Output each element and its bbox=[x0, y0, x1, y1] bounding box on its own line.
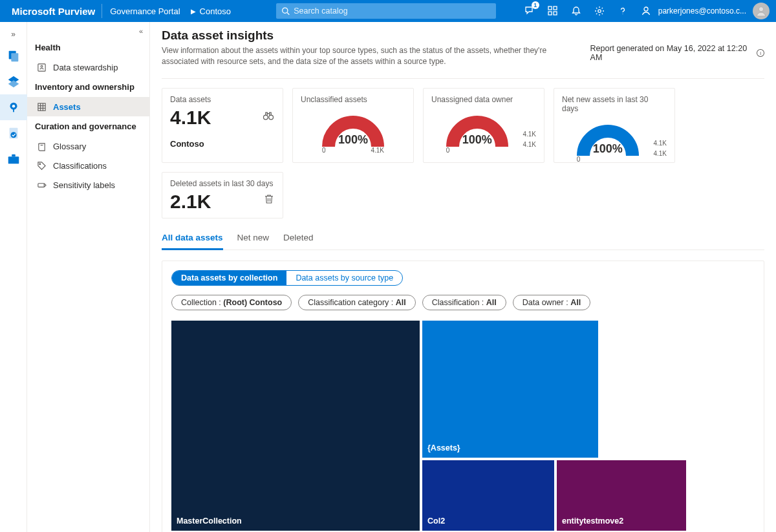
sidebar-item-label: Sensitivity labels bbox=[53, 180, 115, 190]
svg-rect-5 bbox=[554, 12, 557, 15]
left-rail: » bbox=[0, 22, 27, 532]
sidebar-group-title: Curation and governance bbox=[27, 116, 149, 136]
view-toggle: Data assets by collection Data assets by… bbox=[171, 270, 403, 286]
tag-icon bbox=[36, 160, 47, 171]
sidebar-item-classifications[interactable]: Classifications bbox=[27, 156, 149, 175]
search-box[interactable] bbox=[276, 3, 496, 19]
sidebar-collapse-icon[interactable]: « bbox=[27, 26, 149, 37]
treemap-cell-label: Col2 bbox=[427, 516, 552, 526]
svg-point-8 bbox=[759, 7, 763, 12]
sidebar-item-label: Classifications bbox=[53, 161, 107, 171]
svg-point-28 bbox=[39, 163, 40, 164]
svg-rect-29 bbox=[38, 183, 43, 187]
card-netnew[interactable]: Net new assets in last 30 days 100% 0 . bbox=[554, 88, 675, 163]
binoculars-icon bbox=[262, 109, 275, 122]
svg-point-21 bbox=[41, 65, 43, 67]
info-icon[interactable]: i bbox=[757, 49, 764, 57]
svg-rect-18 bbox=[8, 156, 19, 164]
avatar[interactable] bbox=[753, 3, 770, 19]
treemap-chart: MasterCollection{Assets}Col1Col2entityte… bbox=[171, 321, 739, 531]
trash-icon bbox=[263, 193, 275, 205]
treemap-cell-label: MasterCollection bbox=[177, 516, 417, 526]
help-icon[interactable] bbox=[617, 5, 629, 17]
breadcrumb-account[interactable]: Contoso bbox=[200, 6, 231, 16]
svg-rect-22 bbox=[38, 103, 45, 110]
card-unclassified[interactable]: Unclassified assets 100% 0 4.1K bbox=[292, 88, 414, 163]
rail-item-catalog[interactable] bbox=[0, 43, 27, 69]
treemap-cell-label: entitytestmove2 bbox=[562, 516, 684, 526]
tab-all-data-assets[interactable]: All data assets bbox=[162, 228, 223, 250]
app-header: Microsoft Purview Governance Portal ▶ Co… bbox=[0, 0, 776, 22]
svg-point-17 bbox=[10, 132, 16, 138]
sidebar-item-glossary[interactable]: Glossary bbox=[27, 136, 149, 156]
book-icon bbox=[36, 141, 47, 151]
chevron-right-icon: ▶ bbox=[191, 8, 196, 15]
filter-classification-category[interactable]: Classification category : All bbox=[298, 295, 415, 310]
svg-rect-2 bbox=[548, 6, 552, 10]
svg-rect-10 bbox=[11, 53, 18, 61]
toggle-by-collection[interactable]: Data assets by collection bbox=[172, 271, 286, 285]
search-icon bbox=[281, 6, 290, 16]
person-icon[interactable] bbox=[640, 5, 652, 17]
feedback-icon[interactable]: 1 bbox=[524, 5, 535, 17]
card-unassigned[interactable]: Unassigned data owner 100% 0 . 4.1K bbox=[423, 88, 544, 163]
svg-point-31 bbox=[269, 115, 274, 120]
assets-panel: Data assets by collection Data assets by… bbox=[162, 261, 764, 532]
tab-deleted[interactable]: Deleted bbox=[283, 228, 314, 250]
svg-rect-19 bbox=[12, 154, 16, 157]
toggle-by-source[interactable]: Data assets by source type bbox=[286, 271, 402, 285]
asset-tabs: All data assetsNet newDeleted bbox=[162, 228, 764, 250]
filter-collection[interactable]: Collection : (Root) Contoso bbox=[171, 295, 292, 310]
settings-icon[interactable] bbox=[594, 5, 605, 17]
divider bbox=[102, 4, 102, 18]
label-icon bbox=[36, 180, 47, 190]
svg-rect-4 bbox=[548, 12, 552, 15]
grid-icon bbox=[36, 101, 47, 112]
svg-line-1 bbox=[287, 12, 289, 14]
svg-point-6 bbox=[598, 10, 601, 12]
filter-classification[interactable]: Classification : All bbox=[422, 295, 506, 310]
sidebar-item-label: Assets bbox=[53, 102, 81, 112]
treemap-cell-mastercollection[interactable]: MasterCollection bbox=[171, 321, 420, 531]
svg-marker-12 bbox=[8, 80, 19, 87]
user-email[interactable]: parkerjones@contoso.c... bbox=[658, 6, 746, 16]
treemap-cell-col2[interactable]: Col2 bbox=[422, 460, 554, 531]
sidebar-group-title: Health bbox=[27, 37, 149, 58]
page-subtitle: View information about the assets within… bbox=[162, 45, 579, 68]
card-data-assets[interactable]: Data assets 4.1K Contoso bbox=[162, 88, 283, 163]
search-input[interactable] bbox=[294, 6, 491, 16]
brand: Microsoft Purview bbox=[6, 6, 100, 17]
svg-rect-14 bbox=[13, 109, 14, 112]
treemap-cell--assets-[interactable]: {Assets} bbox=[422, 321, 598, 458]
sidebar-item-label: Data stewardship bbox=[53, 63, 118, 72]
rail-item-policy[interactable] bbox=[0, 120, 27, 146]
portal-label[interactable]: Governance Portal bbox=[103, 6, 186, 16]
rail-item-insights[interactable] bbox=[0, 94, 27, 120]
feedback-badge: 1 bbox=[532, 1, 539, 9]
sidebar-item-data-stewardship[interactable]: Data stewardship bbox=[27, 58, 149, 77]
treemap-cell-entitytestmove2[interactable]: entitytestmove2 bbox=[557, 460, 686, 531]
sidebar-group-title: Inventory and ownership bbox=[27, 77, 149, 97]
svg-point-7 bbox=[644, 7, 648, 11]
main-content: Data asset insights View information abo… bbox=[150, 22, 776, 532]
rail-item-management[interactable] bbox=[0, 146, 27, 172]
apps-icon[interactable] bbox=[547, 5, 559, 17]
rail-expand-icon[interactable]: » bbox=[11, 26, 16, 43]
report-generated: Report generated on May 16, 2022 at 12:2… bbox=[590, 28, 764, 68]
svg-point-0 bbox=[283, 8, 288, 13]
sidebar-item-sensitivity-labels[interactable]: Sensitivity labels bbox=[27, 175, 149, 195]
sidebar-item-label: Glossary bbox=[53, 142, 86, 151]
header-actions: 1 bbox=[524, 5, 652, 17]
tab-net-new[interactable]: Net new bbox=[237, 228, 270, 250]
filter-data-owner[interactable]: Data owner : All bbox=[513, 295, 590, 310]
svg-point-15 bbox=[12, 105, 15, 108]
treemap-cell-label: {Assets} bbox=[427, 443, 596, 452]
sidebar-item-assets[interactable]: Assets bbox=[27, 97, 149, 116]
svg-rect-3 bbox=[554, 6, 557, 10]
notifications-icon[interactable] bbox=[570, 5, 582, 17]
svg-point-30 bbox=[264, 115, 268, 120]
stewardship-icon bbox=[36, 62, 47, 72]
card-deleted[interactable]: Deleted assets in last 30 days 2.1K bbox=[162, 172, 283, 218]
sidebar: « HealthData stewardshipInventory and ow… bbox=[27, 22, 150, 532]
rail-item-map[interactable] bbox=[0, 69, 27, 94]
